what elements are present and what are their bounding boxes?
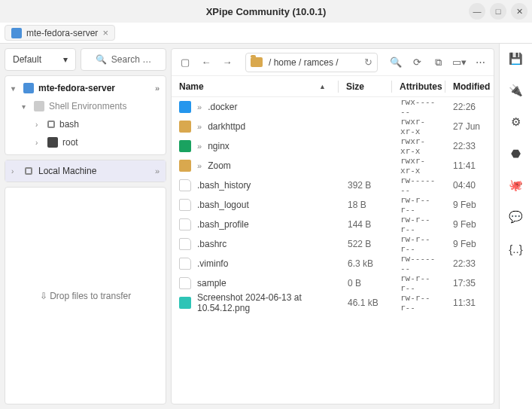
save-icon[interactable]: 💾	[509, 51, 524, 66]
discord-icon[interactable]: 💬	[509, 209, 524, 224]
tab-close-icon[interactable]: ×	[102, 27, 108, 38]
file-row[interactable]: .bashrc522 Brw-r--r--9 Feb	[172, 234, 494, 254]
tree-root[interactable]: › root	[5, 133, 166, 151]
connection-tree: ▾ mte-fedora-server » ▾ Shell Environmen…	[5, 75, 166, 155]
refresh-button[interactable]: ⟳	[408, 53, 426, 72]
file-icon	[179, 277, 191, 289]
file-attr: rw-------	[393, 176, 445, 195]
right-sidebar: 💾 🔌 ⚙ ⬣ 🐙 💬 {..}	[499, 44, 532, 409]
file-attr: rwxr-xr-x	[393, 156, 445, 176]
tree-shell-env[interactable]: ▾ Shell Environments	[5, 97, 166, 115]
folder-icon	[34, 101, 44, 111]
tab-mte-fedora-server[interactable]: mte-fedora-server ×	[5, 25, 115, 41]
search-label: Search …	[111, 54, 151, 65]
file-row[interactable]: »Zoomrwxr-xr-x11:41	[172, 156, 494, 176]
file-mod: 9 Feb	[445, 239, 494, 249]
file-name: Zoom	[208, 160, 231, 171]
file-mod: 04:40	[445, 180, 494, 191]
file-mod: 22:33	[445, 141, 494, 151]
file-row[interactable]: Screenshot 2024-06-13 at 10.54.12.png46.…	[172, 293, 494, 313]
chevron-down-icon: ▾	[22, 102, 29, 111]
file-row[interactable]: .viminfo6.3 kBrw-------22:33	[172, 254, 494, 273]
col-modified[interactable]: Modified	[445, 81, 494, 92]
file-size: 6.3 kB	[340, 258, 393, 269]
file-attr: rw-r--r--	[393, 234, 445, 254]
pro-icon[interactable]: ⬣	[509, 146, 524, 161]
chevron-down-icon: ▾	[11, 84, 19, 93]
file-attr: rw-r--r--	[393, 215, 445, 234]
back-button[interactable]: ←	[197, 53, 215, 72]
gear-icon[interactable]: ⚙	[509, 114, 524, 130]
file-name: .bash_history	[197, 180, 251, 191]
file-attr: rw-------	[393, 254, 445, 273]
file-attr: rw-r--r--	[393, 195, 445, 215]
minimize-button[interactable]: —	[469, 3, 485, 20]
col-attributes[interactable]: Attributes	[392, 81, 445, 92]
file-row[interactable]: .bash_profile144 Brw-r--r--9 Feb	[172, 215, 494, 234]
file-browser: ▢ ← → / home / ramces / ↻ 🔍 ⟳ ⧉ ▭▾ ⋯ Nam…	[171, 48, 494, 404]
maximize-button[interactable]: □	[490, 3, 506, 20]
local-machine-row[interactable]: › Local Machine »	[5, 160, 166, 182]
github-icon[interactable]: 🐙	[509, 178, 524, 193]
file-toolbar: ▢ ← → / home / ramces / ↻ 🔍 ⟳ ⧉ ▭▾ ⋯	[172, 49, 494, 76]
file-name: .bash_logout	[197, 200, 249, 210]
chevron-right-icon: ›	[35, 121, 43, 129]
tab-label: mte-fedora-server	[26, 28, 98, 38]
folder-icon	[179, 121, 191, 133]
file-row[interactable]: sample0 Brw-r--r--17:35	[172, 273, 494, 293]
host-icon	[11, 28, 22, 38]
file-row[interactable]: .bash_history392 Brw-------04:40	[172, 176, 494, 195]
tree-host-row[interactable]: ▾ mte-fedora-server »	[5, 79, 166, 97]
sort-asc-icon: ▲	[319, 83, 326, 90]
file-size: 46.1 kB	[340, 298, 393, 308]
file-attr: rw-r--r--	[393, 273, 445, 293]
file-attr: rwxr-xr-x	[393, 117, 445, 136]
shell-icon	[47, 121, 55, 128]
col-size[interactable]: Size	[339, 81, 391, 92]
profile-selector[interactable]: Default ▾	[5, 48, 76, 71]
file-icon	[179, 238, 191, 250]
chevron-right-icon[interactable]: »	[155, 166, 160, 176]
drop-label: ⇩ Drop files to transfer	[40, 291, 131, 301]
tree-bash[interactable]: › bash	[5, 115, 166, 133]
root-label: root	[62, 137, 78, 148]
tab-strip: mte-fedora-server ×	[0, 23, 532, 44]
file-icon	[179, 258, 191, 270]
chevron-right-icon: »	[197, 122, 202, 131]
open-folder-button[interactable]: ▭▾	[450, 53, 468, 72]
drop-zone[interactable]: ⇩ Drop files to transfer	[5, 187, 166, 404]
search-file-button[interactable]: 🔍	[387, 53, 405, 72]
plug-icon[interactable]: 🔌	[509, 83, 524, 98]
history-icon[interactable]: ↻	[364, 56, 372, 68]
close-button[interactable]: ✕	[511, 3, 527, 20]
file-row[interactable]: »darkhttpdrwxr-xr-x27 Jun	[172, 117, 494, 136]
chevron-right-icon[interactable]: »	[155, 84, 160, 93]
terminal-button[interactable]: ▢	[176, 53, 194, 72]
api-icon[interactable]: {..}	[509, 241, 524, 256]
file-size: 144 B	[340, 219, 393, 230]
file-icon	[179, 179, 191, 191]
file-row[interactable]: »nginxrwxr-xr-x22:33	[172, 136, 494, 156]
bash-label: bash	[59, 119, 79, 130]
file-name: .viminfo	[197, 258, 228, 269]
new-window-button[interactable]: ⧉	[429, 53, 447, 72]
search-icon: 🔍	[96, 54, 107, 65]
file-row[interactable]: .bash_logout18 Brw-r--r--9 Feb	[172, 195, 494, 215]
col-name[interactable]: Name ▲	[172, 81, 338, 92]
machine-icon	[25, 167, 32, 175]
titlebar: XPipe Community (10.0.1) — □ ✕	[0, 0, 532, 23]
chevron-right-icon: »	[197, 142, 202, 151]
more-button[interactable]: ⋯	[471, 53, 489, 72]
folder-icon	[251, 57, 263, 67]
file-row[interactable]: ».dockerrwx------22:26	[172, 97, 494, 117]
chevron-right-icon: ›	[35, 139, 43, 147]
chevron-right-icon: »	[197, 161, 202, 170]
local-machine-panel: › Local Machine »	[5, 160, 166, 182]
search-button[interactable]: 🔍 Search …	[81, 48, 166, 71]
file-mod: 17:35	[445, 278, 494, 288]
file-icon	[179, 218, 191, 230]
file-mod: 9 Feb	[445, 219, 494, 230]
path-input[interactable]: / home / ramces / ↻	[245, 53, 378, 72]
forward-button[interactable]: →	[218, 53, 236, 72]
chevron-right-icon: »	[197, 102, 202, 111]
